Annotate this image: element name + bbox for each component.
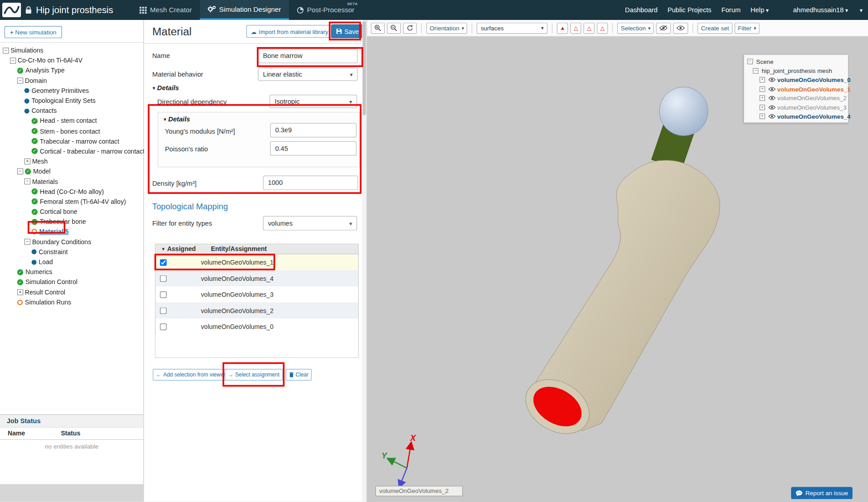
- eye-icon[interactable]: [768, 96, 776, 101]
- tree-item-material-head[interactable]: Head (Co-Cr-Mo alloy): [0, 187, 144, 197]
- table-row[interactable]: volumeOnGeoVolumes_3: [156, 286, 358, 302]
- table-row[interactable]: volumeOnGeoVolumes_1: [156, 254, 358, 270]
- tree-item-head-stem-contact[interactable]: Head - stem contact: [0, 116, 144, 126]
- name-input[interactable]: [258, 49, 358, 63]
- filter-button[interactable]: Filter: [734, 23, 759, 34]
- inner-details-toggle[interactable]: Details: [163, 115, 190, 123]
- expand-icon[interactable]: [759, 86, 765, 92]
- nav-forum[interactable]: Forum: [721, 6, 740, 14]
- show-selected-button[interactable]: [673, 23, 688, 34]
- scrollbar-thumb[interactable]: [363, 21, 366, 115]
- viewer-3d[interactable]: Orientation surfaces Selection: [367, 20, 868, 502]
- tree-item-constraint[interactable]: Constraint: [0, 247, 144, 257]
- tree-item-load[interactable]: Load: [0, 257, 144, 267]
- assignment-checkbox[interactable]: [160, 291, 167, 298]
- table-row[interactable]: volumeOnGeoVolumes_2: [156, 303, 358, 319]
- report-issue-button[interactable]: Report an issue: [791, 487, 853, 499]
- tree-item-result-control[interactable]: Result Control: [0, 287, 144, 297]
- scene-volume-node[interactable]: volumeOnGeoVolumes_0: [744, 75, 848, 84]
- tree-item-mesh[interactable]: Mesh: [0, 156, 144, 166]
- tree-item-material-cortical-bone[interactable]: Cortical bone: [0, 207, 144, 217]
- scene-root-node[interactable]: Scene: [744, 57, 848, 66]
- pick-edge-button[interactable]: [584, 23, 595, 34]
- collapse-icon[interactable]: [17, 77, 23, 83]
- tab-mesh-creator[interactable]: Mesh Creator: [132, 0, 200, 20]
- eye-icon[interactable]: [768, 114, 776, 119]
- nav-help-menu[interactable]: Help: [751, 6, 769, 14]
- pick-face-button[interactable]: [571, 23, 581, 34]
- table-row[interactable]: volumeOnGeoVolumes_0: [156, 319, 358, 334]
- collapse-icon[interactable]: [3, 48, 9, 53]
- tree-item-topological-entity-sets[interactable]: Topological Entity Sets: [0, 96, 144, 106]
- scene-volume-node[interactable]: volumeOnGeoVolumes_1: [744, 84, 848, 93]
- pick-node-button[interactable]: [597, 23, 608, 34]
- tree-item-boundary-conditions[interactable]: Boundary Conditions: [0, 237, 144, 247]
- select-assignment-button[interactable]: Select assignment: [225, 369, 283, 381]
- tree-item-material-trabecular-bone[interactable]: Trabecular bone: [0, 217, 144, 227]
- tree-item-materials[interactable]: Materials: [0, 176, 144, 186]
- assigned-column-header[interactable]: Assigned: [161, 246, 196, 252]
- tree-item-trabecular-marrow-contact[interactable]: Trabecular - marrow contact: [0, 136, 144, 146]
- expand-icon[interactable]: [759, 96, 765, 101]
- tree-item-material-femoral-stem[interactable]: Femoral stem (Ti-6Al-4V alloy): [0, 197, 144, 207]
- assignment-checkbox[interactable]: [160, 307, 167, 314]
- create-set-button[interactable]: Create set: [698, 23, 733, 34]
- tree-item-model[interactable]: Model: [0, 166, 144, 176]
- zoom-in-button[interactable]: [371, 23, 385, 34]
- tree-item-contacts[interactable]: Contacts: [0, 106, 144, 116]
- hide-selected-button[interactable]: [656, 23, 671, 34]
- entity-filter-select[interactable]: volumes: [263, 216, 357, 231]
- youngs-modulus-input[interactable]: [270, 123, 357, 137]
- expand-icon[interactable]: [24, 158, 30, 164]
- tab-post-processor[interactable]: Post-Processor BETA: [289, 0, 362, 20]
- collapse-icon[interactable]: [17, 168, 23, 174]
- import-material-library-button[interactable]: Import from material library: [246, 25, 333, 38]
- eye-icon[interactable]: [768, 77, 776, 82]
- femoral-head-shape[interactable]: [659, 87, 708, 136]
- panel-scrollbar[interactable]: [362, 20, 367, 502]
- details-section-toggle[interactable]: Details: [152, 84, 179, 92]
- tree-item-co-cr-mo[interactable]: Co-Cr-Mo on Ti-6Al-4V: [0, 55, 144, 65]
- directional-dependency-select[interactable]: Isotropic: [269, 95, 357, 108]
- nav-public-projects[interactable]: Public Projects: [667, 6, 711, 14]
- collapse-icon[interactable]: [24, 239, 30, 245]
- scene-volume-node[interactable]: volumeOnGeoVolumes_4: [744, 112, 848, 121]
- collapse-icon[interactable]: [24, 179, 30, 184]
- collapse-icon[interactable]: [10, 58, 16, 63]
- expand-icon[interactable]: [17, 289, 23, 295]
- simscale-logo-icon[interactable]: [2, 3, 21, 17]
- tree-item-domain[interactable]: Domain: [0, 76, 144, 86]
- scene-volume-node[interactable]: volumeOnGeoVolumes_3: [744, 103, 848, 112]
- poisson-ratio-input[interactable]: [270, 141, 357, 156]
- density-input[interactable]: [263, 176, 358, 190]
- material-behavior-select[interactable]: Linear elastic: [258, 68, 358, 81]
- expand-icon[interactable]: [759, 114, 765, 119]
- assignment-checkbox[interactable]: [160, 323, 167, 330]
- save-button[interactable]: Save: [331, 24, 364, 39]
- refresh-view-button[interactable]: [403, 23, 417, 34]
- expand-icon[interactable]: [759, 77, 765, 82]
- tab-simulation-designer[interactable]: Simulation Designer: [200, 0, 289, 20]
- assignment-checkbox[interactable]: [160, 259, 167, 266]
- selection-button[interactable]: Selection: [618, 23, 654, 34]
- table-row[interactable]: volumeOnGeoVolumes_4: [156, 270, 358, 286]
- assignment-checkbox[interactable]: [160, 275, 167, 282]
- add-selection-from-viewer-button[interactable]: Add selection from viewer: [153, 369, 228, 381]
- tree-item-analysis-type[interactable]: Analysis Type: [0, 66, 144, 76]
- tree-item-numerics[interactable]: Numerics: [0, 267, 144, 277]
- display-mode-select[interactable]: surfaces: [477, 23, 547, 34]
- nav-user-menu[interactable]: ahmedhussain18: [793, 6, 848, 14]
- scene-volume-node[interactable]: volumeOnGeoVolumes_2: [744, 94, 848, 103]
- tree-item-simulation-control[interactable]: Simulation Control: [0, 277, 144, 287]
- tree-item-simulations[interactable]: Simulations: [0, 45, 144, 55]
- orientation-button[interactable]: Orientation: [426, 23, 467, 34]
- scene-mesh-node[interactable]: hip_joint_prosthesis mesh: [744, 66, 848, 75]
- new-simulation-button[interactable]: +New simulation: [5, 26, 62, 38]
- pick-volume-button[interactable]: [557, 23, 568, 34]
- tree-item-stem-bones-contact[interactable]: Stem - bones contact: [0, 126, 144, 136]
- zoom-fit-button[interactable]: [387, 23, 401, 34]
- tree-item-simulation-runs[interactable]: Simulation Runs: [0, 297, 144, 307]
- nav-dashboard[interactable]: Dashboard: [625, 6, 657, 14]
- eye-icon[interactable]: [768, 105, 776, 110]
- collapse-icon[interactable]: [753, 68, 758, 73]
